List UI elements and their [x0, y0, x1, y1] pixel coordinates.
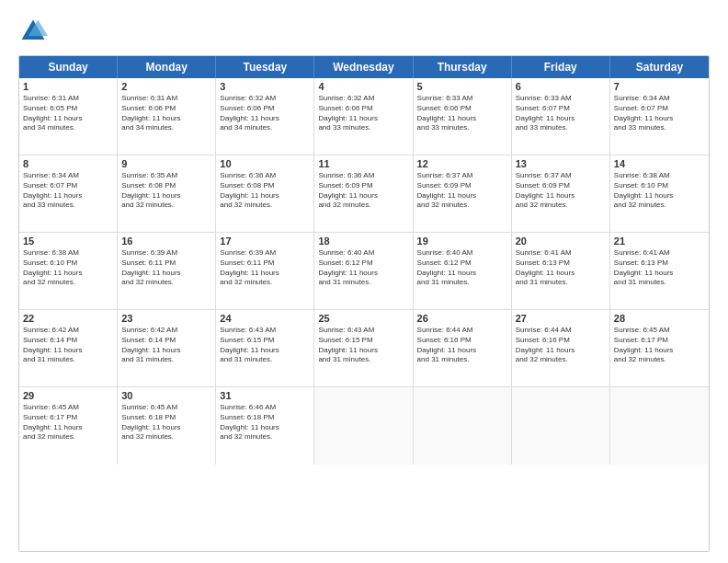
day-number: 27: [516, 313, 606, 324]
day-number: 17: [220, 236, 310, 247]
day-info: Sunrise: 6:31 AMSunset: 6:05 PMDaylight:…: [23, 94, 113, 133]
weekday-header-wednesday: Wednesday: [314, 56, 413, 78]
day-cell-29: 29Sunrise: 6:45 AMSunset: 6:17 PMDayligh…: [19, 387, 118, 465]
day-cell-1: 1Sunrise: 6:31 AMSunset: 6:05 PMDaylight…: [19, 78, 118, 155]
day-number: 9: [121, 158, 211, 169]
day-cell-16: 16Sunrise: 6:39 AMSunset: 6:11 PMDayligh…: [118, 233, 216, 309]
day-cell-8: 8Sunrise: 6:34 AMSunset: 6:07 PMDaylight…: [19, 155, 118, 232]
day-number: 8: [23, 158, 113, 169]
day-number: 10: [220, 158, 310, 169]
calendar-row-2: 8Sunrise: 6:34 AMSunset: 6:07 PMDaylight…: [19, 155, 709, 233]
day-info: Sunrise: 6:44 AMSunset: 6:16 PMDaylight:…: [417, 326, 507, 365]
empty-cell-4-6: [610, 387, 709, 465]
day-cell-23: 23Sunrise: 6:42 AMSunset: 6:14 PMDayligh…: [118, 310, 216, 386]
day-number: 13: [516, 158, 606, 169]
day-info: Sunrise: 6:39 AMSunset: 6:11 PMDaylight:…: [121, 248, 211, 288]
calendar-row-5: 29Sunrise: 6:45 AMSunset: 6:17 PMDayligh…: [19, 387, 709, 465]
day-cell-10: 10Sunrise: 6:36 AMSunset: 6:08 PMDayligh…: [216, 155, 314, 232]
day-number: 12: [417, 158, 507, 169]
day-cell-30: 30Sunrise: 6:45 AMSunset: 6:18 PMDayligh…: [118, 387, 216, 465]
day-info: Sunrise: 6:45 AMSunset: 6:18 PMDaylight:…: [121, 403, 211, 442]
day-cell-27: 27Sunrise: 6:44 AMSunset: 6:16 PMDayligh…: [512, 310, 610, 386]
calendar-row-3: 15Sunrise: 6:38 AMSunset: 6:10 PMDayligh…: [19, 233, 709, 310]
day-cell-2: 2Sunrise: 6:31 AMSunset: 6:06 PMDaylight…: [118, 78, 216, 155]
logo-icon: [18, 17, 48, 46]
day-cell-7: 7Sunrise: 6:34 AMSunset: 6:07 PMDaylight…: [610, 78, 709, 155]
day-cell-13: 13Sunrise: 6:37 AMSunset: 6:09 PMDayligh…: [512, 155, 610, 232]
calendar-body: 1Sunrise: 6:31 AMSunset: 6:05 PMDaylight…: [19, 78, 709, 465]
day-number: 28: [614, 313, 705, 324]
day-info: Sunrise: 6:39 AMSunset: 6:11 PMDaylight:…: [220, 248, 310, 288]
day-info: Sunrise: 6:40 AMSunset: 6:12 PMDaylight:…: [417, 248, 507, 288]
day-cell-21: 21Sunrise: 6:41 AMSunset: 6:13 PMDayligh…: [610, 233, 709, 309]
day-info: Sunrise: 6:32 AMSunset: 6:06 PMDaylight:…: [220, 94, 310, 133]
day-number: 20: [516, 236, 606, 247]
day-info: Sunrise: 6:45 AMSunset: 6:17 PMDaylight:…: [614, 326, 705, 365]
day-number: 5: [417, 81, 507, 92]
page: SundayMondayTuesdayWednesdayThursdayFrid…: [0, 0, 728, 563]
day-number: 21: [614, 236, 705, 247]
day-cell-25: 25Sunrise: 6:43 AMSunset: 6:15 PMDayligh…: [314, 310, 413, 386]
day-number: 15: [23, 236, 113, 247]
day-cell-14: 14Sunrise: 6:38 AMSunset: 6:10 PMDayligh…: [610, 155, 709, 232]
day-cell-31: 31Sunrise: 6:46 AMSunset: 6:18 PMDayligh…: [216, 387, 314, 465]
day-info: Sunrise: 6:44 AMSunset: 6:16 PMDaylight:…: [516, 326, 606, 365]
day-cell-6: 6Sunrise: 6:33 AMSunset: 6:07 PMDaylight…: [512, 78, 610, 155]
day-number: 14: [614, 158, 705, 169]
day-number: 7: [614, 81, 705, 92]
day-number: 30: [121, 390, 211, 401]
day-cell-19: 19Sunrise: 6:40 AMSunset: 6:12 PMDayligh…: [414, 233, 512, 309]
day-info: Sunrise: 6:37 AMSunset: 6:09 PMDaylight:…: [417, 171, 507, 211]
day-info: Sunrise: 6:46 AMSunset: 6:18 PMDaylight:…: [220, 403, 310, 442]
day-number: 6: [516, 81, 606, 92]
day-info: Sunrise: 6:41 AMSunset: 6:13 PMDaylight:…: [614, 248, 705, 288]
day-cell-20: 20Sunrise: 6:41 AMSunset: 6:13 PMDayligh…: [512, 233, 610, 309]
day-cell-11: 11Sunrise: 6:36 AMSunset: 6:09 PMDayligh…: [314, 155, 413, 232]
day-cell-17: 17Sunrise: 6:39 AMSunset: 6:11 PMDayligh…: [216, 233, 314, 309]
weekday-header-saturday: Saturday: [610, 56, 709, 78]
calendar-row-1: 1Sunrise: 6:31 AMSunset: 6:05 PMDaylight…: [19, 78, 709, 155]
day-number: 18: [318, 236, 408, 247]
day-cell-12: 12Sunrise: 6:37 AMSunset: 6:09 PMDayligh…: [414, 155, 512, 232]
day-info: Sunrise: 6:45 AMSunset: 6:17 PMDaylight:…: [23, 403, 113, 442]
day-number: 19: [417, 236, 507, 247]
day-cell-9: 9Sunrise: 6:35 AMSunset: 6:08 PMDaylight…: [118, 155, 216, 232]
day-number: 24: [220, 313, 310, 324]
day-cell-26: 26Sunrise: 6:44 AMSunset: 6:16 PMDayligh…: [414, 310, 512, 386]
day-info: Sunrise: 6:42 AMSunset: 6:14 PMDaylight:…: [23, 326, 113, 365]
day-info: Sunrise: 6:33 AMSunset: 6:06 PMDaylight:…: [417, 94, 507, 133]
calendar-row-4: 22Sunrise: 6:42 AMSunset: 6:14 PMDayligh…: [19, 310, 709, 387]
day-info: Sunrise: 6:35 AMSunset: 6:08 PMDaylight:…: [121, 171, 211, 211]
day-number: 4: [318, 81, 408, 92]
header: [18, 17, 710, 46]
day-info: Sunrise: 6:43 AMSunset: 6:15 PMDaylight:…: [318, 326, 408, 365]
empty-cell-4-5: [512, 387, 610, 465]
day-number: 3: [220, 81, 310, 92]
day-info: Sunrise: 6:36 AMSunset: 6:09 PMDaylight:…: [318, 171, 408, 211]
day-number: 23: [121, 313, 211, 324]
day-info: Sunrise: 6:42 AMSunset: 6:14 PMDaylight:…: [121, 326, 211, 365]
weekday-header-sunday: Sunday: [19, 56, 118, 78]
day-number: 29: [23, 390, 113, 401]
calendar: SundayMondayTuesdayWednesdayThursdayFrid…: [18, 55, 710, 552]
day-info: Sunrise: 6:34 AMSunset: 6:07 PMDaylight:…: [23, 171, 113, 211]
day-cell-22: 22Sunrise: 6:42 AMSunset: 6:14 PMDayligh…: [19, 310, 118, 386]
logo: [18, 17, 51, 46]
day-number: 1: [23, 81, 113, 92]
weekday-header-thursday: Thursday: [414, 56, 512, 78]
day-cell-3: 3Sunrise: 6:32 AMSunset: 6:06 PMDaylight…: [216, 78, 314, 155]
day-cell-5: 5Sunrise: 6:33 AMSunset: 6:06 PMDaylight…: [414, 78, 512, 155]
day-cell-28: 28Sunrise: 6:45 AMSunset: 6:17 PMDayligh…: [610, 310, 709, 386]
day-info: Sunrise: 6:38 AMSunset: 6:10 PMDaylight:…: [614, 171, 705, 211]
day-cell-4: 4Sunrise: 6:32 AMSunset: 6:06 PMDaylight…: [314, 78, 413, 155]
weekday-header-tuesday: Tuesday: [216, 56, 314, 78]
day-cell-15: 15Sunrise: 6:38 AMSunset: 6:10 PMDayligh…: [19, 233, 118, 309]
day-cell-24: 24Sunrise: 6:43 AMSunset: 6:15 PMDayligh…: [216, 310, 314, 386]
day-number: 25: [318, 313, 408, 324]
day-info: Sunrise: 6:36 AMSunset: 6:08 PMDaylight:…: [220, 171, 310, 211]
day-number: 11: [318, 158, 408, 169]
day-info: Sunrise: 6:40 AMSunset: 6:12 PMDaylight:…: [318, 248, 408, 288]
day-info: Sunrise: 6:37 AMSunset: 6:09 PMDaylight:…: [516, 171, 606, 211]
day-info: Sunrise: 6:31 AMSunset: 6:06 PMDaylight:…: [121, 94, 211, 133]
day-info: Sunrise: 6:32 AMSunset: 6:06 PMDaylight:…: [318, 94, 408, 133]
